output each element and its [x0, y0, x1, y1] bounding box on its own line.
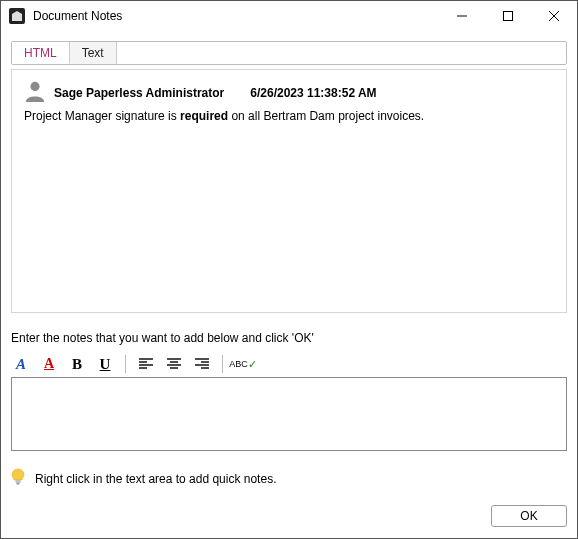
note-timestamp: 6/26/2023 11:38:52 AM	[250, 86, 376, 100]
editor-toolbar: A A B U	[11, 353, 567, 375]
align-right-button[interactable]	[192, 354, 212, 374]
note-author: Sage Paperless Administrator	[54, 86, 224, 100]
footer: OK	[11, 505, 567, 527]
titlebar: Document Notes	[1, 1, 577, 31]
align-center-button[interactable]	[164, 354, 184, 374]
instruction-label: Enter the notes that you want to add bel…	[11, 331, 567, 345]
font-color-button[interactable]: A	[39, 354, 59, 374]
person-icon	[24, 80, 46, 105]
tab-html[interactable]: HTML	[12, 42, 70, 64]
svg-rect-1	[504, 12, 513, 21]
content-area: HTML Text Sage Paperless Administrator 6…	[1, 31, 577, 535]
note-body-bold: required	[180, 109, 228, 123]
close-button[interactable]	[531, 1, 577, 31]
window-title: Document Notes	[33, 9, 122, 23]
svg-point-4	[30, 82, 39, 91]
minimize-button[interactable]	[439, 1, 485, 31]
app-icon	[9, 8, 25, 24]
tip-row: Right click in the text area to add quic…	[11, 468, 567, 489]
spellcheck-abc-label: ABC	[229, 360, 248, 368]
align-left-button[interactable]	[136, 354, 156, 374]
ok-button[interactable]: OK	[491, 505, 567, 527]
toolbar-divider	[125, 355, 126, 373]
toolbar-divider-2	[222, 355, 223, 373]
tab-bar: HTML Text	[11, 41, 567, 65]
note-display-panel: Sage Paperless Administrator 6/26/2023 1…	[11, 69, 567, 313]
svg-rect-17	[16, 480, 21, 483]
svg-rect-18	[17, 483, 20, 485]
bold-button[interactable]: B	[67, 354, 87, 374]
note-input[interactable]	[11, 377, 567, 451]
font-style-button[interactable]: A	[11, 354, 31, 374]
spellcheck-button[interactable]: ABC ✓	[233, 354, 253, 374]
note-body-suffix: on all Bertram Dam project invoices.	[228, 109, 424, 123]
check-icon: ✓	[248, 360, 257, 368]
note-body: Project Manager signature is required on…	[24, 109, 554, 124]
lightbulb-icon	[11, 468, 25, 489]
note-body-prefix: Project Manager signature is	[24, 109, 180, 123]
tip-text: Right click in the text area to add quic…	[35, 472, 276, 486]
tab-text[interactable]: Text	[70, 42, 117, 64]
note-header: Sage Paperless Administrator 6/26/2023 1…	[24, 80, 554, 105]
underline-button[interactable]: U	[95, 354, 115, 374]
maximize-button[interactable]	[485, 1, 531, 31]
